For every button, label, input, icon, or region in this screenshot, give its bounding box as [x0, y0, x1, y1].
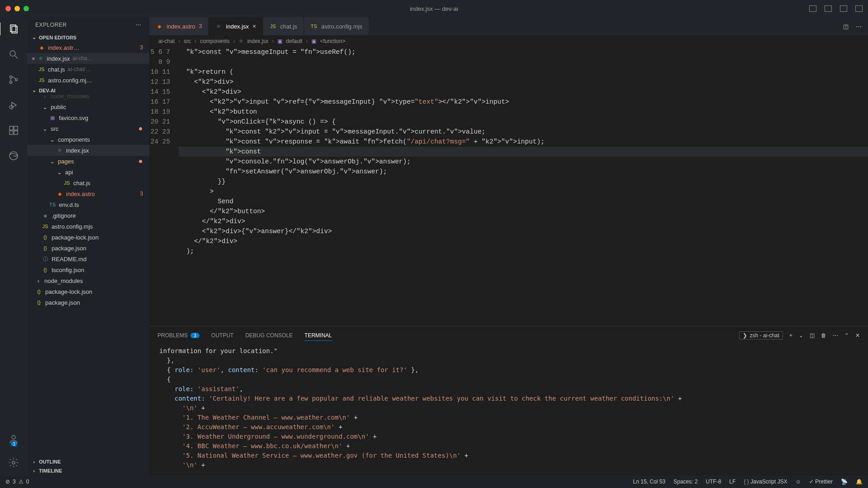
tree-folder-components[interactable]: ⌄components [27, 134, 149, 145]
editor-tabs: ◆ index.astro 3 ⚛ index.jsx × JS chat.js… [149, 17, 868, 35]
status-bar: ⊘3 ⚠0 Ln 15, Col 53 Spaces: 2 UTF-8 LF {… [0, 475, 868, 488]
split-editor-icon[interactable]: ◫ [843, 23, 849, 30]
source-control-icon[interactable] [7, 73, 20, 86]
chevron-down-icon: ⌄ [31, 34, 37, 40]
edge-icon[interactable] [7, 149, 20, 162]
js-file-icon: JS [63, 179, 71, 187]
more-icon[interactable]: ⋯ [136, 22, 142, 28]
explorer-title: EXPLORER [35, 22, 67, 28]
tree-file[interactable]: TSenv.d.ts [27, 199, 149, 210]
project-header[interactable]: ⌄ DEV-AI [27, 86, 149, 95]
activity-bar: 1 [0, 17, 27, 475]
tree-folder[interactable]: ›node_modules [27, 275, 149, 286]
symbol-icon: ▣ [311, 38, 316, 44]
window-title: index.jsx — dev-ai [410, 5, 458, 12]
open-editor-item[interactable]: × ⚛ index.jsx ai-cha… [27, 53, 149, 64]
search-icon[interactable] [7, 48, 20, 61]
close-tab-icon[interactable]: × [253, 23, 256, 30]
tab-chat-js[interactable]: JS chat.js [263, 17, 304, 35]
panel-tab-debug[interactable]: DEBUG CONSOLE [245, 332, 293, 339]
tree-file[interactable]: ◈.gitignore [27, 210, 149, 221]
kill-terminal-icon[interactable]: 🗑 [821, 332, 826, 339]
tree-file-index-jsx[interactable]: ⚛index.jsx [27, 145, 149, 156]
tree-file[interactable]: ▦favicon.svg [27, 112, 149, 123]
tree-file[interactable]: {}package-lock.json [27, 286, 149, 297]
bottom-panel: PROBLEMS 3 OUTPUT DEBUG CONSOLE TERMINAL… [149, 326, 868, 475]
status-bell-icon[interactable]: 🔔 [856, 478, 863, 485]
json-file-icon: {} [35, 299, 43, 306]
tree-file[interactable]: {}package-lock.json [27, 232, 149, 243]
status-copilot-icon[interactable]: ☺ [796, 478, 801, 485]
chevron-down-icon: ⌄ [42, 125, 48, 132]
gitignore-file-icon: ◈ [42, 212, 49, 219]
open-editor-item[interactable]: ◆ index.astr… 3 [27, 42, 149, 53]
chevron-down-icon: ⌄ [31, 87, 37, 93]
status-language[interactable]: { } JavaScript JSX [744, 478, 787, 485]
panel-right-icon[interactable] [840, 5, 847, 12]
outline-header[interactable]: ›OUTLINE [27, 457, 149, 466]
layout-grid-icon[interactable] [855, 5, 863, 12]
panel-tab-output[interactable]: OUTPUT [211, 332, 234, 339]
chevron-down-icon: ⌄ [49, 136, 55, 143]
panel-left-icon[interactable] [809, 5, 816, 12]
tree-file[interactable]: JSchat.js [27, 177, 149, 188]
status-spaces[interactable]: Spaces: 2 [673, 478, 697, 485]
traffic-lights [5, 6, 29, 11]
terminal-output[interactable]: information for your location." }, { rol… [149, 344, 868, 475]
tree-file[interactable]: {}package.json [27, 297, 149, 308]
tree-folder[interactable]: ›node_modules [27, 95, 149, 101]
close-window-button[interactable] [5, 6, 11, 11]
close-icon[interactable]: × [32, 55, 35, 62]
tree-folder-api[interactable]: ⌄api [27, 167, 149, 177]
new-terminal-icon[interactable]: + [789, 332, 792, 339]
tree-folder-pages[interactable]: ⌄pages [27, 156, 149, 167]
more-actions-icon[interactable]: ⋯ [856, 23, 862, 30]
svg-marker-7 [12, 102, 16, 108]
terminal-shell-select[interactable]: ❯zsh - ai-chat [739, 331, 783, 340]
open-editor-item[interactable]: JS astro.config.mj… [27, 75, 149, 86]
more-icon[interactable]: ⋯ [833, 332, 838, 339]
open-editor-item[interactable]: JS chat.js ai-chat/… [27, 64, 149, 75]
extensions-icon[interactable] [7, 124, 20, 137]
tree-file[interactable]: ⓘREADME.md [27, 254, 149, 264]
tree-file[interactable]: JSastro.config.mjs [27, 221, 149, 232]
terminal-dropdown-icon[interactable]: ⌄ [799, 332, 803, 339]
warning-icon: ⚠ [19, 478, 24, 485]
breadcrumb[interactable]: ai-chat› src› components› ⚛index.jsx› ▣d… [149, 35, 868, 47]
code-editor[interactable]: 5 6 7 8 9 10 11 12 13 14 15 16 17 18 19 … [149, 47, 868, 326]
markdown-file-icon: ⓘ [42, 255, 49, 263]
run-debug-icon[interactable] [7, 99, 20, 111]
panel-tab-problems[interactable]: PROBLEMS 3 [157, 332, 200, 339]
split-terminal-icon[interactable]: ◫ [810, 332, 815, 339]
layout-controls [809, 5, 863, 12]
close-panel-icon[interactable]: ✕ [855, 332, 860, 339]
tree-file[interactable]: {}tsconfig.json [27, 264, 149, 275]
status-cursor-position[interactable]: Ln 15, Col 53 [633, 478, 665, 485]
status-encoding[interactable]: UTF-8 [706, 478, 721, 485]
tree-file[interactable]: {}package.json [27, 243, 149, 254]
open-editors-header[interactable]: ⌄ OPEN EDITORS [27, 33, 149, 42]
minimize-window-button[interactable] [14, 6, 20, 11]
tree-folder-src[interactable]: ⌄src [27, 123, 149, 134]
status-problems[interactable]: ⊘3 ⚠0 [5, 478, 29, 485]
react-file-icon: ⚛ [238, 38, 243, 44]
code-content[interactable]: "k">const "v">messageInput = "fn">useRef… [178, 47, 868, 326]
maximize-panel-icon[interactable]: ⌃ [844, 332, 849, 339]
panel-bottom-icon[interactable] [825, 5, 832, 12]
tree-folder-public[interactable]: ⌄public [27, 101, 149, 112]
tree-file-index-astro[interactable]: ◆index.astro3 [27, 188, 149, 199]
status-eol[interactable]: LF [730, 478, 736, 485]
tab-index-jsx[interactable]: ⚛ index.jsx × [209, 17, 263, 35]
status-prettier[interactable]: ✓ Prettier [809, 478, 833, 485]
settings-gear-icon[interactable] [7, 456, 20, 469]
sidebar: EXPLORER ⋯ ⌄ OPEN EDITORS ◆ index.astr… … [27, 17, 149, 475]
maximize-window-button[interactable] [24, 6, 29, 11]
panel-tab-terminal[interactable]: TERMINAL [305, 332, 332, 341]
tab-astro-config[interactable]: TS astro.config.mjs [304, 17, 369, 35]
status-feedback-icon[interactable]: 📡 [841, 478, 848, 485]
timeline-header[interactable]: ›TIMELINE [27, 466, 149, 475]
explorer-icon[interactable] [0, 23, 27, 35]
accounts-icon[interactable]: 1 [7, 433, 20, 445]
js-file-icon: TS [310, 23, 318, 30]
tab-index-astro[interactable]: ◆ index.astro 3 [149, 17, 209, 35]
